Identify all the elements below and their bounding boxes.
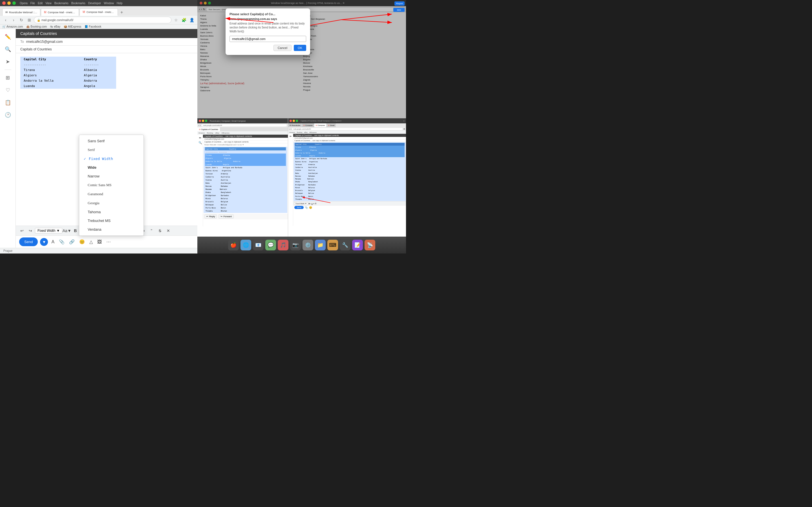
mini-fwd-right[interactable]: › (291, 128, 291, 130)
font-item-verdana[interactable]: Verdana (79, 225, 144, 234)
mini-fullscreen-left[interactable] (205, 120, 207, 122)
mini-italic-right[interactable]: I (310, 203, 311, 205)
font-item-sans-serif[interactable]: Sans Serif (79, 136, 144, 145)
dock-files[interactable]: 📁 (315, 240, 326, 250)
mini-close-right[interactable] (290, 120, 292, 122)
mini-right-add-tab[interactable]: + (403, 120, 405, 122)
dock-settings[interactable]: ⚙️ (303, 240, 313, 250)
menu-help[interactable]: Help (117, 2, 123, 5)
sidebar-apps-icon[interactable]: ⊞ (3, 73, 12, 82)
mini-fwd-left[interactable]: › (200, 124, 200, 126)
mini-send-button-right[interactable]: Send (294, 206, 303, 209)
font-item-fixed-width[interactable]: Fixed Width (79, 154, 144, 163)
dock-messages[interactable]: 💬 (265, 240, 276, 250)
extensions-icon[interactable]: 🧩 (181, 17, 187, 23)
bookmark-facebook[interactable]: 📘 Facebook (85, 25, 101, 28)
quote-button[interactable]: " (147, 227, 155, 235)
font-item-wide[interactable]: Wide (79, 163, 144, 172)
dialog-cancel-button[interactable]: Cancel (273, 45, 292, 51)
compose-subject-field[interactable]: Capitals of Countries (16, 46, 197, 53)
mini-emoji-right[interactable]: 😊 (309, 206, 312, 209)
mini-bm-booking[interactable]: Booking (207, 132, 213, 134)
mini-address-left[interactable]: mail.google.com/mail/u/0/ (202, 124, 287, 126)
mini-tab-gmail-right[interactable]: M Gmail (326, 123, 336, 127)
dock-notes[interactable]: 📝 (352, 240, 363, 250)
sidebar-send-icon[interactable]: ➤ (3, 57, 12, 66)
mini-right-compose-icon[interactable]: ✏ (288, 134, 293, 138)
dock-safari[interactable]: 🌐 (241, 240, 251, 250)
fullscreen-button[interactable] (12, 1, 16, 5)
font-item-georgia[interactable]: Georgia (79, 199, 144, 208)
mini-tab-compose[interactable]: M Capitals of Countries (197, 127, 220, 131)
more-options-icon[interactable]: ⋯ (105, 238, 112, 245)
send-button[interactable]: Send (19, 237, 38, 246)
attach-icon[interactable]: 📎 (58, 238, 66, 245)
refresh-button[interactable]: ↻ (18, 17, 25, 23)
emoji-icon[interactable]: 😊 (78, 238, 86, 245)
bookmark-star-icon[interactable]: ☆ (172, 17, 179, 23)
font-item-garamond[interactable]: Garamond (79, 189, 144, 199)
mini-address-right[interactable]: mail.google.com/mail/u/0/ (292, 128, 403, 130)
mini-attach-right[interactable]: 📎 (305, 206, 308, 209)
mini-search-icon[interactable]: 🔍 (199, 141, 202, 144)
mini-color-right[interactable]: A (313, 203, 314, 205)
mini-bold-right[interactable]: B (309, 203, 310, 205)
mini-forward-button[interactable]: ↪ Forward (218, 214, 234, 219)
sidebar-search-icon[interactable]: 🔍 (3, 45, 12, 54)
mini-font-selector-right[interactable]: Fixed Width ▼ (294, 202, 308, 205)
menu-developer[interactable]: Developer (88, 2, 101, 5)
dock-terminal[interactable]: ⌨ (327, 240, 338, 250)
forward-button[interactable]: › (10, 17, 17, 23)
mini-compose-icon[interactable]: ✏ (199, 136, 201, 139)
dialog-email-input[interactable] (230, 36, 306, 42)
dialog-ok-button[interactable]: OK (294, 45, 306, 51)
bookmark-ebay[interactable]: 🛍 eBay (50, 25, 60, 28)
font-item-narrow[interactable]: Narrow (79, 172, 144, 180)
text-format-icon[interactable]: A (50, 238, 56, 245)
tab-compose-1[interactable]: M Compose Mail - rmetcalfe15... (41, 8, 79, 16)
dock-finder[interactable]: 🍎 (228, 240, 239, 250)
bookmark-amazon[interactable]: 🛒 Amazon.com (2, 25, 23, 28)
mini-minimize-right[interactable] (293, 120, 295, 122)
new-tab-button[interactable]: + (118, 9, 125, 16)
photo-icon[interactable]: 🖼 (96, 238, 103, 245)
mini-bm-aliexpress-r[interactable]: AliExpress (309, 131, 317, 133)
font-item-trebuchet[interactable]: Trebuchet MS (79, 216, 144, 225)
mini-bm-amazon-r[interactable]: Amazon (289, 131, 295, 133)
sidebar-favorites-icon[interactable]: ♡ (3, 86, 12, 95)
mini-tab-compose1-right[interactable]: M Compose (302, 123, 314, 127)
mini-close-left[interactable] (199, 120, 201, 122)
home-button[interactable]: ⊞ (26, 17, 33, 23)
compose-to-field[interactable]: To rmetcalfe15@gmail.com (16, 38, 197, 46)
mini-back-right[interactable]: ‹ (289, 128, 290, 130)
mini-reply-button[interactable]: ↩ Reply (204, 214, 217, 219)
dock-mail[interactable]: 📧 (253, 240, 264, 250)
remove-format-button[interactable]: ✕ (164, 227, 172, 235)
send-dropdown-button[interactable]: ▼ (40, 238, 48, 246)
mini-minimize-left[interactable] (202, 120, 204, 122)
drive-icon[interactable]: △ (88, 238, 94, 245)
report-button[interactable]: Report (395, 1, 405, 6)
dock-filezilla[interactable]: 📡 (364, 240, 375, 250)
address-bar[interactable]: 🔒 mail.google.com/mail/u/0/ (34, 17, 171, 23)
sms-button[interactable]: SMS (393, 8, 405, 12)
font-selector-dropdown[interactable]: Fixed Width ▼ (35, 228, 62, 233)
strikethrough-button[interactable]: S̶ (156, 227, 164, 235)
dock-xcode[interactable]: 🔧 (340, 240, 350, 250)
mini-bm-ebay[interactable]: eBay (215, 132, 219, 134)
mini-fullscreen-right[interactable] (296, 120, 298, 122)
mini-tab-compose2-right[interactable]: M Compose (314, 123, 326, 127)
bookmark-booking[interactable]: 🏨 Booking.com (26, 25, 47, 28)
mini-bm-ebay-r[interactable]: eBay (304, 131, 308, 133)
font-item-tahoma[interactable]: Tahoma (79, 208, 144, 216)
mini-underline-right[interactable]: U (312, 203, 313, 205)
menu-history[interactable]: Bookmarks (54, 2, 68, 5)
mini-tab-roundcube-right[interactable]: ✉ Roundcube (288, 123, 302, 127)
menu-edit[interactable]: Edit (38, 2, 43, 5)
menu-file[interactable]: File (31, 2, 35, 5)
undo-button[interactable]: ↩ (18, 227, 26, 235)
font-item-comic-sans[interactable]: Comic Sans MS (79, 180, 144, 189)
tab-compose-2[interactable]: M Compose Mail - rmetcalfe15... (80, 8, 117, 16)
menu-bookmarks[interactable]: Bookmarks (71, 2, 86, 5)
menu-view[interactable]: View (45, 2, 52, 5)
